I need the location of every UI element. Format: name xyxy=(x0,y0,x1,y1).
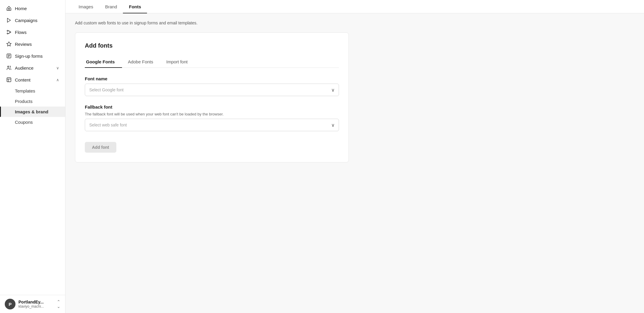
sidebar-item-signup-forms[interactable]: Sign-up forms xyxy=(0,50,65,62)
sidebar-item-flows-label: Flows xyxy=(15,30,26,35)
add-font-button[interactable]: Add font xyxy=(85,142,116,153)
sidebar: Home Campaigns Flows xyxy=(0,0,65,313)
content-chevron-icon: ∧ xyxy=(56,78,59,82)
footer-text: PortlandEy... klaviyo_machi... xyxy=(18,300,54,309)
svg-point-9 xyxy=(8,66,9,68)
sidebar-item-coupons[interactable]: Coupons xyxy=(0,117,65,127)
font-name-select[interactable]: Select Google font xyxy=(85,84,339,96)
svg-marker-4 xyxy=(7,42,11,46)
sidebar-item-audience[interactable]: Audience ∨ xyxy=(0,62,65,74)
content-area: Add custom web fonts to use in signup fo… xyxy=(65,13,644,313)
card-title: Add fonts xyxy=(85,42,339,49)
tab-google-fonts[interactable]: Google Fonts xyxy=(85,56,122,68)
tab-images[interactable]: Images xyxy=(73,0,99,13)
fallback-font-label: Fallback font xyxy=(85,104,339,109)
svg-point-1 xyxy=(7,30,8,32)
svg-point-3 xyxy=(7,33,8,34)
fallback-font-select-wrapper: Select web safe font ∨ xyxy=(85,119,339,131)
font-name-select-wrapper: Select Google font ∨ xyxy=(85,84,339,96)
sidebar-item-audience-label: Audience xyxy=(15,65,34,71)
sidebar-item-templates-label: Templates xyxy=(15,88,35,93)
tab-import-font[interactable]: Import font xyxy=(165,56,195,68)
sidebar-item-home[interactable]: Home xyxy=(0,2,65,14)
font-name-label: Font name xyxy=(85,76,339,81)
org-name: PortlandEy... xyxy=(18,300,54,304)
fallback-font-select[interactable]: Select web safe font xyxy=(85,119,339,131)
fallback-font-description: The fallback font will be used when your… xyxy=(85,112,339,116)
sidebar-item-images-brand[interactable]: Images & brand xyxy=(0,107,65,117)
sidebar-item-home-label: Home xyxy=(15,6,27,11)
svg-rect-10 xyxy=(7,78,11,82)
flows-icon xyxy=(6,29,12,35)
account-name: klaviyo_machi... xyxy=(18,304,54,309)
reviews-icon xyxy=(6,41,12,47)
sidebar-item-content[interactable]: Content ∧ xyxy=(0,74,65,86)
sidebar-item-templates[interactable]: Templates xyxy=(0,86,65,96)
content-submenu: Templates Products Images & brand Coupon… xyxy=(0,86,65,127)
forms-icon xyxy=(6,53,12,59)
sidebar-item-products-label: Products xyxy=(15,99,32,104)
campaigns-icon xyxy=(6,17,12,23)
fallback-font-section: Fallback font The fallback font will be … xyxy=(85,104,339,131)
content-icon xyxy=(6,77,12,83)
tab-fonts[interactable]: Fonts xyxy=(123,0,147,13)
main-content: Images Brand Fonts Add custom web fonts … xyxy=(65,0,644,313)
sidebar-item-campaigns-label: Campaigns xyxy=(15,18,37,23)
add-fonts-card: Add fonts Google Fonts Adobe Fonts Impor… xyxy=(75,32,349,162)
page-description: Add custom web fonts to use in signup fo… xyxy=(75,21,634,25)
top-tabs: Images Brand Fonts xyxy=(65,0,644,13)
audience-icon xyxy=(6,65,12,71)
tab-brand[interactable]: Brand xyxy=(99,0,123,13)
sidebar-nav: Home Campaigns Flows xyxy=(0,0,65,295)
tab-adobe-fonts[interactable]: Adobe Fonts xyxy=(127,56,160,68)
sidebar-item-signup-forms-label: Sign-up forms xyxy=(15,54,43,59)
home-icon xyxy=(6,5,12,11)
inner-tabs: Google Fonts Adobe Fonts Import font xyxy=(85,56,339,68)
sidebar-item-images-brand-label: Images & brand xyxy=(15,109,49,114)
avatar: P xyxy=(5,299,15,309)
audience-chevron-icon: ∨ xyxy=(56,66,59,70)
footer-chevron-icon: ⌃⌄ xyxy=(57,299,60,309)
sidebar-item-content-label: Content xyxy=(15,77,31,82)
sidebar-item-reviews-label: Reviews xyxy=(15,42,32,47)
sidebar-item-reviews[interactable]: Reviews xyxy=(0,38,65,50)
sidebar-item-coupons-label: Coupons xyxy=(15,120,33,125)
sidebar-item-campaigns[interactable]: Campaigns xyxy=(0,14,65,26)
sidebar-item-flows[interactable]: Flows xyxy=(0,26,65,38)
font-name-section: Font name Select Google font ∨ xyxy=(85,76,339,96)
sidebar-item-products[interactable]: Products xyxy=(0,96,65,107)
svg-marker-0 xyxy=(7,18,11,22)
sidebar-footer[interactable]: P PortlandEy... klaviyo_machi... ⌃⌄ xyxy=(0,295,65,313)
